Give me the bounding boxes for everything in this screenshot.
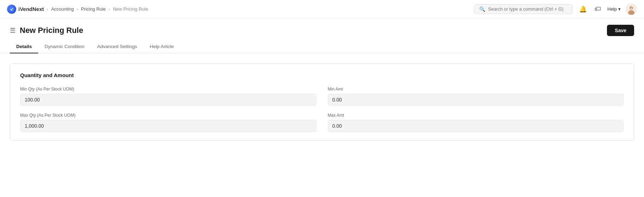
logo-icon [7, 5, 16, 14]
form-row-1: Min Qty (As Per Stock UOM) Min Amt [20, 87, 624, 106]
tabs: Details Dynamic Condition Advanced Setti… [10, 40, 634, 53]
breadcrumb-pricing-rule[interactable]: Pricing Rule [81, 6, 106, 12]
tags-button[interactable]: 🏷 [593, 4, 602, 14]
min-qty-label: Min Qty (As Per Stock UOM) [20, 87, 317, 92]
tab-dynamic-condition[interactable]: Dynamic Condition [38, 40, 91, 53]
sep-1: › [47, 6, 48, 12]
tab-advanced-settings[interactable]: Advanced Settings [91, 40, 144, 53]
sep-2: › [77, 6, 78, 12]
chevron-down-icon: ▾ [618, 6, 621, 12]
form-row-2: Max Qty (As Per Stock UOM) Max Amt [20, 113, 624, 132]
quantity-amount-section: Quantity and Amount Min Qty (As Per Stoc… [10, 63, 634, 141]
section-title: Quantity and Amount [20, 72, 624, 78]
max-amt-input[interactable] [328, 120, 624, 132]
page-header: ☰ New Pricing Rule Save [0, 18, 644, 40]
help-button[interactable]: Help ▾ [607, 6, 621, 12]
bell-icon: 🔔 [579, 5, 587, 13]
tab-details[interactable]: Details [10, 40, 38, 53]
svg-rect-6 [631, 7, 632, 7]
max-amt-label: Max Amt [328, 113, 624, 118]
tab-help-article[interactable]: Help Article [143, 40, 180, 53]
min-amt-input[interactable] [328, 94, 624, 106]
max-qty-field: Max Qty (As Per Stock UOM) [20, 113, 317, 132]
breadcrumb-accounting[interactable]: Accounting [51, 6, 74, 12]
page-header-left: ☰ New Pricing Rule [10, 26, 83, 35]
notifications-button[interactable]: 🔔 [578, 4, 588, 15]
logo-link[interactable]: iVendNext [7, 5, 44, 14]
svg-rect-4 [630, 7, 632, 10]
max-amt-field: Max Amt [328, 113, 624, 132]
nav-right: 🔍 🔔 🏷 Help ▾ [474, 4, 637, 15]
save-button[interactable]: Save [607, 25, 634, 36]
min-qty-input[interactable] [20, 94, 317, 106]
nav-left: iVendNext › Accounting › Pricing Rule › … [7, 5, 148, 14]
form-content: Quantity and Amount Min Qty (As Per Stoc… [0, 53, 644, 151]
min-amt-label: Min Amt [328, 87, 624, 92]
svg-point-0 [9, 7, 14, 12]
max-qty-label: Max Qty (As Per Stock UOM) [20, 113, 317, 118]
search-input[interactable] [488, 6, 567, 12]
top-nav: iVendNext › Accounting › Pricing Rule › … [0, 0, 644, 18]
tabs-container: Details Dynamic Condition Advanced Setti… [0, 40, 644, 53]
breadcrumb-current: New Pricing Rule [113, 6, 148, 12]
brand-name: iVendNext [18, 6, 44, 12]
max-qty-input[interactable] [20, 120, 317, 132]
sep-3: › [109, 6, 110, 12]
search-icon: 🔍 [479, 6, 485, 12]
help-label: Help [607, 6, 617, 12]
min-amt-field: Min Amt [328, 87, 624, 106]
tag-icon: 🏷 [595, 5, 601, 13]
page-title: New Pricing Rule [20, 26, 83, 35]
avatar[interactable] [626, 4, 637, 15]
hamburger-icon[interactable]: ☰ [10, 27, 16, 34]
search-bar[interactable]: 🔍 [474, 4, 573, 14]
min-qty-field: Min Qty (As Per Stock UOM) [20, 87, 317, 106]
